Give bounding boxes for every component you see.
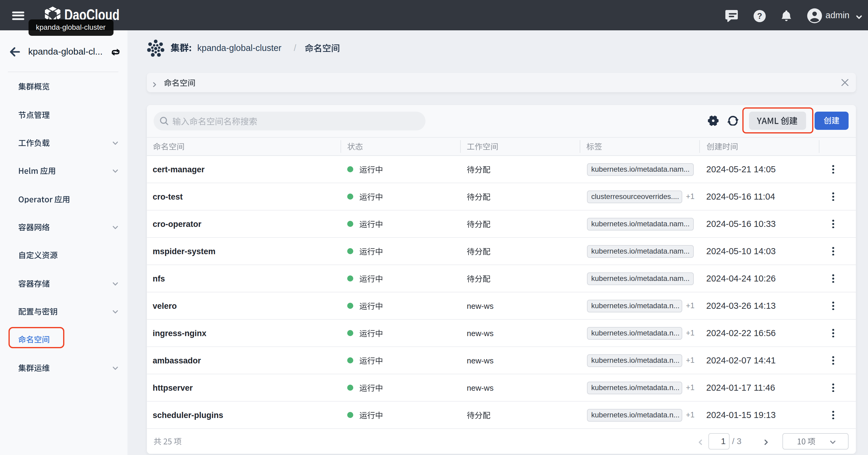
svg-text:?: ? — [757, 11, 762, 20]
